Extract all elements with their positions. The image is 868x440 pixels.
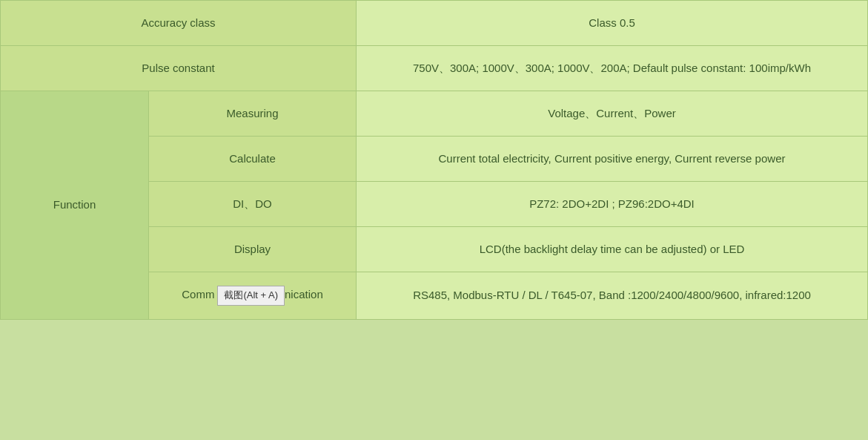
spec-table: Accuracy class Class 0.5 Pulse constant … [0,0,868,320]
table-row: Pulse constant 750V、300A; 1000V、300A; 10… [1,46,868,91]
calculate-value: Current total electricity, Current posit… [357,137,868,182]
communication-label-part1: Comm [182,288,214,301]
accuracy-class-value: Class 0.5 [357,1,868,46]
di-do-label: DI、DO [149,182,357,227]
display-label: Display [149,227,357,272]
display-value: LCD(the backlight delay time can be adju… [357,227,868,272]
measuring-value: Voltage、Current、Power [357,91,868,137]
di-do-value: PZ72: 2DO+2DI ; PZ96:2DO+4DI [357,182,868,227]
main-table-container: Accuracy class Class 0.5 Pulse constant … [0,0,868,320]
function-label: Function [1,91,149,320]
measuring-label: Measuring [149,91,357,137]
accuracy-class-label: Accuracy class [1,1,357,46]
communication-label: Comm截图(Alt + A)nication [149,272,357,320]
communication-value: RS485, Modbus-RTU / DL / T645-07, Band :… [357,272,868,320]
communication-label-part2: nication [285,288,323,301]
tooltip-box: 截图(Alt + A) [217,286,285,306]
pulse-constant-label: Pulse constant [1,46,357,91]
pulse-constant-value: 750V、300A; 1000V、300A; 1000V、200A; Defau… [357,46,868,91]
table-row: Accuracy class Class 0.5 [1,1,868,46]
calculate-label: Calculate [149,137,357,182]
table-row: Function Measuring Voltage、Current、Power [1,91,868,137]
